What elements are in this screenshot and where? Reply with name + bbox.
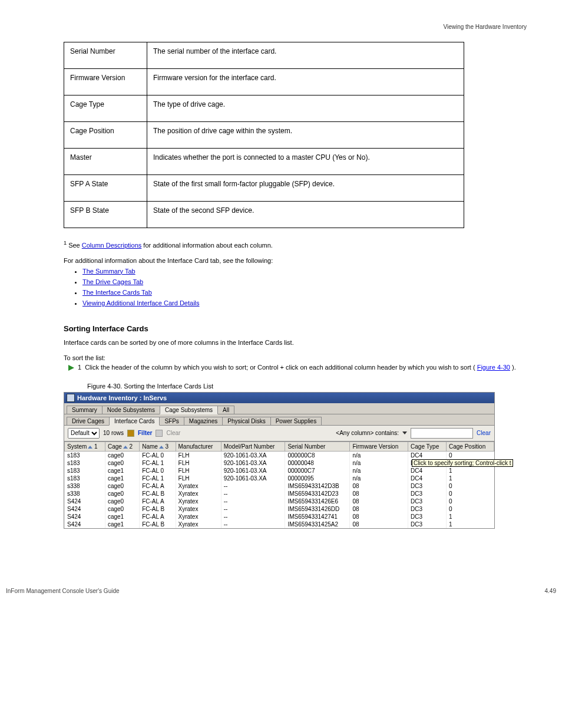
subtab-drive-cages[interactable]: Drive Cages bbox=[67, 417, 110, 425]
def-desc: Indicates whether the port is connected … bbox=[147, 149, 464, 175]
see-also-link[interactable]: The Drive Cages Tab bbox=[82, 278, 143, 285]
see-also-intro: For additional information about the Int… bbox=[64, 257, 527, 264]
table-row[interactable]: s338cage0FC-AL AXyratex--IMS659433142D3B… bbox=[65, 482, 494, 490]
clear-disabled: Clear bbox=[166, 430, 180, 436]
clear-icon[interactable] bbox=[156, 430, 163, 437]
tab-cage-subsystems[interactable]: Cage Subsystems bbox=[160, 406, 218, 414]
cell: FLH bbox=[176, 475, 221, 482]
see-also-link[interactable]: Viewing Additional Interface Card Detail… bbox=[82, 299, 200, 307]
sort-asc-icon bbox=[159, 446, 164, 449]
footnote-link[interactable]: Column Descriptions bbox=[82, 242, 141, 249]
col-model-part-number[interactable]: Model/Part Number bbox=[221, 442, 285, 451]
def-term: SFP A State bbox=[64, 175, 147, 202]
cell: DC3 bbox=[408, 505, 447, 513]
col-serial-number[interactable]: Serial Number bbox=[285, 442, 350, 451]
dropdown-icon[interactable] bbox=[402, 431, 407, 434]
cell: IMS6594331426E6 bbox=[285, 498, 350, 505]
col-manufacturer[interactable]: Manufacturer bbox=[176, 442, 221, 451]
cell: IMS6594331425A2 bbox=[285, 521, 350, 528]
table-row[interactable]: s338cage0FC-AL BXyratex--IMS659433142D23… bbox=[65, 490, 494, 498]
cell: FC-AL B bbox=[140, 490, 176, 498]
table-row[interactable]: s183cage1FC-AL 1FLH920-1061-03.XA0000009… bbox=[65, 475, 494, 482]
svg-marker-0 bbox=[68, 365, 74, 371]
cell: DC4 bbox=[408, 467, 447, 475]
cell: 920-1061-03.XA bbox=[221, 467, 285, 475]
col-system[interactable]: System 1 bbox=[65, 442, 105, 451]
cell: 0 bbox=[446, 451, 494, 459]
subtab-interface-cards[interactable]: Interface Cards bbox=[109, 417, 160, 426]
cell: 08 bbox=[350, 505, 408, 513]
table-row[interactable]: S424cage1FC-AL BXyratex--IMS6594331425A2… bbox=[65, 521, 494, 528]
subtab-magazines[interactable]: Magazines bbox=[184, 417, 223, 425]
window-titlebar: Hardware Inventory : InServs bbox=[64, 393, 494, 403]
cell: FC-AL B bbox=[140, 521, 176, 528]
cell: s338 bbox=[65, 482, 105, 490]
def-desc: Firmware version for the interface card. bbox=[147, 69, 464, 95]
cell: cage0 bbox=[105, 482, 139, 490]
col-name[interactable]: Name 3 bbox=[140, 442, 176, 451]
col-cage[interactable]: Cage 2 bbox=[105, 442, 139, 451]
view-select[interactable]: Default bbox=[68, 428, 100, 439]
cell: DC3 bbox=[408, 490, 447, 498]
footnote: 1 See Column Descriptions for additional… bbox=[64, 240, 527, 249]
cell: -- bbox=[221, 521, 285, 528]
table-row[interactable]: S424cage1FC-AL AXyratex--IMS659433142741… bbox=[65, 513, 494, 521]
col-cage-position[interactable]: Cage Position bbox=[446, 442, 494, 451]
cell: S424 bbox=[65, 521, 105, 528]
table-row[interactable]: s183cage1FC-AL 0FLH920-1061-03.XA000000C… bbox=[65, 467, 494, 475]
anycol-label: <Any column> contains: bbox=[336, 430, 399, 436]
cell: 0 bbox=[446, 490, 494, 498]
see-also-list: The Summary TabThe Drive Cages TabThe In… bbox=[82, 268, 527, 307]
subtab-physical-disks[interactable]: Physical Disks bbox=[222, 417, 270, 425]
page-heading: Viewing the Hardware Inventory bbox=[59, 24, 527, 30]
tab-summary[interactable]: Summary bbox=[67, 406, 103, 414]
cell: FC-AL 1 bbox=[140, 475, 176, 482]
cell: Xyratex bbox=[176, 521, 221, 528]
sort-tooltip: Click to specify sorting; Control-click … bbox=[412, 459, 513, 467]
table-row[interactable]: S424cage0FC-AL BXyratex--IMS6594331426DD… bbox=[65, 505, 494, 513]
filter-icon[interactable] bbox=[127, 430, 134, 437]
table-row[interactable]: s183cage0FC-AL 0FLH920-1061-03.XA000000C… bbox=[65, 451, 494, 459]
subtab-power-supplies[interactable]: Power Supplies bbox=[270, 417, 322, 425]
figure-link[interactable]: Figure 4-30 bbox=[477, 364, 510, 371]
table-toolbar: Default 10 rows Filter Clear <Any column… bbox=[64, 426, 494, 442]
cell: 920-1061-03.XA bbox=[221, 459, 285, 467]
cell: IMS659433142D3B bbox=[285, 482, 350, 490]
cell: 0 bbox=[446, 498, 494, 505]
cell: DC4 bbox=[408, 475, 447, 482]
col-firmware-version[interactable]: Firmware Version bbox=[350, 442, 408, 451]
tab-node-subsystems[interactable]: Node Subsystems bbox=[102, 406, 160, 414]
filter-link[interactable]: Filter bbox=[138, 430, 152, 436]
tab-all[interactable]: All bbox=[217, 406, 234, 414]
col-cage-type[interactable]: Cage Type bbox=[408, 442, 447, 451]
cell: s183 bbox=[65, 475, 105, 482]
def-desc: State of the first small form-factor plu… bbox=[147, 175, 464, 202]
table-row[interactable]: S424cage0FC-AL AXyratex--IMS6594331426E6… bbox=[65, 498, 494, 505]
step-tail: ). bbox=[512, 364, 516, 371]
subtab-sfps[interactable]: SFPs bbox=[159, 417, 184, 425]
cell: FC-AL B bbox=[140, 505, 176, 513]
cell: -- bbox=[221, 490, 285, 498]
cell: n/a bbox=[350, 459, 408, 467]
cell: Xyratex bbox=[176, 505, 221, 513]
cell: n/a bbox=[350, 467, 408, 475]
cell: 1 bbox=[446, 521, 494, 528]
cell: DC4 bbox=[408, 451, 447, 459]
cell: IMS659433142741 bbox=[285, 513, 350, 521]
steps-intro: To sort the list: bbox=[64, 354, 527, 361]
table-row[interactable]: s183cage0FC-AL 1FLH920-1061-03.XA0000004… bbox=[65, 459, 494, 467]
clear-link[interactable]: Clear bbox=[477, 430, 491, 436]
def-desc: State of the second SFP device. bbox=[147, 202, 464, 228]
cell: FC-AL 1 bbox=[140, 459, 176, 467]
cell: IMS6594331426DD bbox=[285, 505, 350, 513]
cell: s183 bbox=[65, 459, 105, 467]
cell: Xyratex bbox=[176, 490, 221, 498]
cell: FLH bbox=[176, 459, 221, 467]
cell: FC-AL A bbox=[140, 498, 176, 505]
see-also-link[interactable]: The Interface Cards Tab bbox=[82, 289, 152, 296]
see-also-link[interactable]: The Summary Tab bbox=[82, 268, 135, 275]
cell: Xyratex bbox=[176, 482, 221, 490]
search-input[interactable] bbox=[411, 428, 473, 439]
def-term: SFP B State bbox=[64, 202, 147, 228]
def-term: Firmware Version bbox=[64, 69, 147, 95]
